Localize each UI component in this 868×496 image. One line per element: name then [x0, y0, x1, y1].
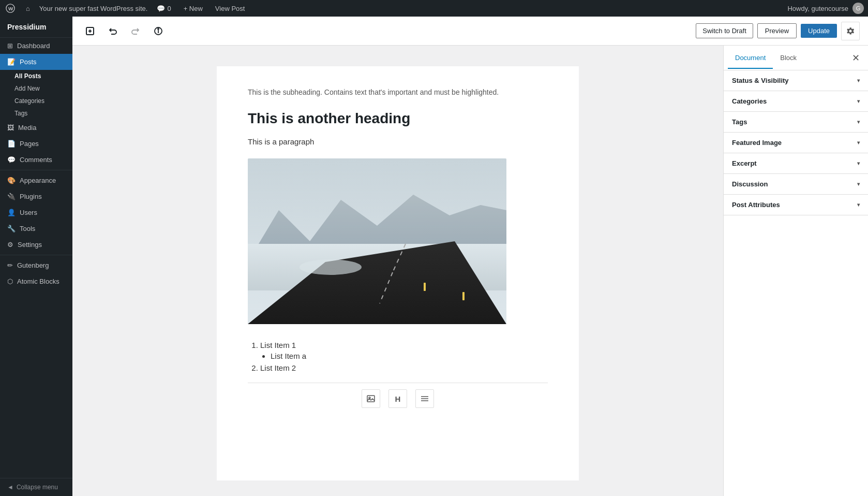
image-block-tool-button[interactable]	[362, 389, 380, 408]
settings-gear-button[interactable]	[841, 22, 860, 40]
adminbar-site-icon[interactable]: ⌂	[23, 5, 33, 12]
sidebar-subitem-all-posts[interactable]: All Posts	[0, 70, 72, 82]
post-image-block[interactable]	[248, 158, 506, 324]
right-panel-close-button[interactable]: ✕	[848, 48, 864, 68]
sidebar-brand: Pressidium	[0, 17, 72, 38]
media-icon: 🖼	[7, 124, 14, 132]
sidebar-item-media[interactable]: 🖼 Media	[0, 120, 72, 136]
editor-toolbar: Switch to Draft Preview Update	[72, 17, 868, 46]
collapse-icon: ◄	[7, 484, 13, 491]
sidebar-item-label: Gutenberg	[17, 261, 65, 269]
sidebar-item-settings[interactable]: ⚙ Settings	[0, 237, 72, 253]
adminbar-view-post[interactable]: View Post	[212, 5, 248, 12]
sidebar-divider-1	[0, 170, 72, 170]
post-inner: This is the subheading. Contains text th…	[217, 66, 579, 480]
redo-button[interactable]	[126, 22, 145, 40]
sidebar-item-users[interactable]: 👤 Users	[0, 205, 72, 221]
sidebar-item-tools[interactable]: 🔧 Tools	[0, 221, 72, 237]
chevron-down-icon: ▾	[857, 181, 860, 187]
sidebar-subitem-categories[interactable]: Categories	[0, 95, 72, 107]
svg-point-17	[300, 259, 362, 275]
content-structure-button[interactable]	[149, 22, 168, 40]
switch-to-draft-button[interactable]: Switch to Draft	[696, 23, 753, 38]
undo-button[interactable]	[103, 22, 122, 40]
user-avatar[interactable]: G	[852, 3, 864, 14]
svg-rect-16	[462, 292, 465, 300]
adminbar-site-name[interactable]: Your new super fast WordPress site.	[39, 5, 148, 12]
sidebar-item-plugins[interactable]: 🔌 Plugins	[0, 188, 72, 205]
list-block-tool-button[interactable]	[415, 389, 434, 408]
chevron-down-icon: ▾	[857, 119, 860, 125]
settings-icon: ⚙	[7, 241, 13, 249]
post-content-scroll[interactable]: This is the subheading. Contains text th…	[72, 46, 723, 496]
rp-section-header-status-visibility[interactable]: Status & Visibility ▾	[724, 70, 868, 91]
collapse-menu-button[interactable]: ◄ Collapse menu	[0, 478, 72, 496]
adminbar-new[interactable]: + New	[181, 5, 206, 12]
sidebar-item-dashboard[interactable]: ⊞ Dashboard	[0, 38, 72, 54]
sidebar-item-label: Plugins	[20, 193, 65, 200]
rp-section-header-discussion[interactable]: Discussion ▾	[724, 174, 868, 194]
sidebar-item-atomic-blocks[interactable]: ⬡ Atomic Blocks	[0, 273, 72, 289]
comments-icon: 💬	[7, 156, 16, 164]
sidebar-item-appearance[interactable]: 🎨 Appearance	[0, 172, 72, 188]
content-area: This is the subheading. Contains text th…	[72, 46, 868, 496]
rp-section-categories: Categories ▾	[724, 91, 868, 112]
rp-section-header-tags[interactable]: Tags ▾	[724, 112, 868, 132]
sidebar-subitem-add-new[interactable]: Add New	[0, 82, 72, 95]
site-home-icon: ⌂	[26, 5, 30, 12]
main-layout: Pressidium ⊞ Dashboard 📝 Posts All Posts…	[0, 17, 868, 496]
right-panel: Document Block ✕ Status & Visibility ▾	[723, 46, 868, 496]
svg-point-7	[158, 28, 159, 30]
nested-list: List Item a	[260, 352, 548, 360]
adminbar-comments[interactable]: 💬 0	[154, 5, 174, 12]
subheading-text[interactable]: This is the subheading. Contains text th…	[248, 87, 548, 98]
ordered-list[interactable]: List Item 1 List Item a List Item 2	[248, 341, 548, 372]
sidebar-item-pages[interactable]: 📄 Pages	[0, 136, 72, 152]
chevron-down-icon: ▾	[857, 202, 860, 208]
gutenberg-icon: ✏	[7, 261, 13, 269]
rp-section-discussion: Discussion ▾	[724, 174, 868, 195]
rp-section-header-excerpt[interactable]: Excerpt ▾	[724, 153, 868, 173]
plugins-icon: 🔌	[7, 193, 16, 200]
paragraph-text[interactable]: This is a paragraph	[248, 137, 548, 146]
rp-section-featured-image: Featured Image ▾	[724, 133, 868, 153]
sidebar-item-label: Media	[18, 124, 65, 132]
rp-section-header-post-attributes[interactable]: Post Attributes ▾	[724, 195, 868, 215]
pages-icon: 📄	[7, 140, 16, 148]
sidebar-item-label: Pages	[20, 140, 65, 148]
preview-button[interactable]: Preview	[757, 23, 797, 38]
right-panel-tabs: Document Block ✕	[724, 46, 868, 70]
sidebar-item-label: Atomic Blocks	[17, 278, 65, 285]
rp-section-header-featured-image[interactable]: Featured Image ▾	[724, 133, 868, 153]
block-toolbar-float: H	[248, 383, 548, 414]
add-block-button[interactable]	[81, 22, 99, 40]
tab-document[interactable]: Document	[728, 48, 773, 69]
heading-2[interactable]: This is another heading	[248, 110, 548, 127]
posts-icon: 📝	[7, 58, 16, 66]
sidebar-item-label: Dashboard	[17, 42, 65, 50]
sidebar-item-comments[interactable]: 💬 Comments	[0, 152, 72, 168]
sidebar-item-posts[interactable]: 📝 Posts	[0, 54, 72, 70]
collapse-label: Collapse menu	[17, 484, 58, 491]
list-item-2[interactable]: List Item 2	[260, 363, 548, 372]
users-icon: 👤	[7, 209, 16, 216]
wp-logo-icon[interactable]: W	[4, 2, 17, 14]
sidebar-item-label: Posts	[20, 58, 65, 66]
svg-text:W: W	[8, 6, 13, 11]
sidebar-item-gutenberg[interactable]: ✏ Gutenberg	[0, 257, 72, 273]
update-button[interactable]: Update	[801, 24, 837, 38]
list-item-1[interactable]: List Item 1 List Item a	[260, 341, 548, 360]
tab-block[interactable]: Block	[773, 48, 804, 69]
sidebar-item-label: Tools	[20, 225, 65, 232]
chevron-down-icon: ▾	[857, 78, 860, 83]
toolbar-right: Switch to Draft Preview Update	[696, 22, 860, 40]
sidebar-subitem-tags[interactable]: Tags	[0, 107, 72, 120]
svg-rect-18	[367, 396, 375, 402]
sidebar-divider-2	[0, 255, 72, 255]
chevron-down-icon: ▾	[857, 140, 860, 145]
heading-block-tool-button[interactable]: H	[388, 389, 407, 408]
appearance-icon: 🎨	[7, 177, 16, 184]
svg-rect-15	[424, 283, 426, 291]
sidebar-item-label: Users	[20, 209, 65, 216]
rp-section-header-categories[interactable]: Categories ▾	[724, 91, 868, 111]
